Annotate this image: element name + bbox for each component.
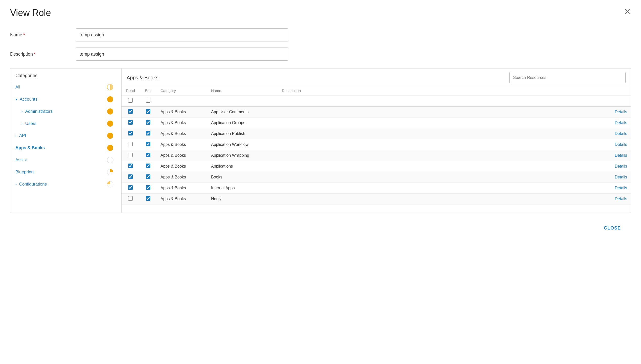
- read-cell-0[interactable]: [122, 106, 139, 118]
- edit-checkbox-0[interactable]: [146, 109, 150, 114]
- details-cell-1[interactable]: Details: [605, 118, 631, 128]
- pie-icon-configurations: [107, 181, 114, 188]
- dialog-header: View Role ✕: [10, 8, 631, 18]
- read-cell-7[interactable]: [122, 183, 139, 194]
- details-link-0[interactable]: Details: [615, 110, 627, 114]
- read-cell-1[interactable]: [122, 118, 139, 128]
- edit-cell-1[interactable]: [139, 118, 157, 128]
- cat-label-all: All: [15, 85, 20, 90]
- select-all-read-checkbox[interactable]: [128, 98, 133, 103]
- close-x-button[interactable]: ✕: [624, 8, 631, 16]
- description-cell-3: [278, 139, 605, 150]
- table-row: Apps & Books Application Workflow Detail…: [122, 139, 631, 150]
- table-row: Apps & Books Books Details: [122, 172, 631, 183]
- details-cell-4[interactable]: Details: [605, 150, 631, 161]
- read-cell-3[interactable]: [122, 139, 139, 150]
- cat-label-administrators: Administrators: [25, 109, 53, 114]
- search-resources-input[interactable]: [509, 72, 626, 83]
- read-checkbox-1[interactable]: [128, 120, 133, 125]
- edit-checkbox-7[interactable]: [146, 185, 150, 190]
- details-link-4[interactable]: Details: [615, 153, 627, 157]
- edit-cell-3[interactable]: [139, 139, 157, 150]
- edit-checkbox-4[interactable]: [146, 153, 150, 157]
- table-row: Apps & Books Application Wrapping Detail…: [122, 150, 631, 161]
- read-checkbox-4[interactable]: [128, 153, 133, 157]
- description-cell-6: [278, 172, 605, 183]
- chevron-configurations: ›: [15, 182, 17, 186]
- category-cell-2: Apps & Books: [157, 128, 208, 139]
- select-all-read-cell[interactable]: [122, 96, 139, 107]
- category-item-configurations[interactable]: › Configurations: [10, 178, 121, 190]
- cat-label-apps-books: Apps & Books: [15, 145, 45, 150]
- edit-cell-6[interactable]: [139, 172, 157, 183]
- category-item-administrators[interactable]: › Administrators: [10, 105, 121, 118]
- details-link-5[interactable]: Details: [615, 164, 627, 168]
- table-row: Apps & Books Application Publish Details: [122, 128, 631, 139]
- edit-cell-5[interactable]: [139, 161, 157, 172]
- edit-checkbox-2[interactable]: [146, 131, 150, 135]
- details-link-6[interactable]: Details: [615, 175, 627, 179]
- edit-checkbox-3[interactable]: [146, 142, 150, 146]
- svg-point-6: [107, 157, 113, 163]
- details-cell-7[interactable]: Details: [605, 183, 631, 194]
- details-link-8[interactable]: Details: [615, 197, 627, 201]
- select-all-edit-checkbox[interactable]: [146, 98, 150, 103]
- details-cell-0[interactable]: Details: [605, 106, 631, 118]
- details-cell-5[interactable]: Details: [605, 161, 631, 172]
- read-checkbox-7[interactable]: [128, 185, 133, 190]
- read-checkbox-3[interactable]: [128, 142, 133, 146]
- category-item-api[interactable]: › API: [10, 130, 121, 142]
- category-item-users[interactable]: › Users: [10, 118, 121, 130]
- pie-icon-api: [107, 132, 114, 139]
- details-cell-6[interactable]: Details: [605, 172, 631, 183]
- read-checkbox-0[interactable]: [128, 109, 133, 114]
- edit-checkbox-1[interactable]: [146, 120, 150, 125]
- edit-cell-0[interactable]: [139, 106, 157, 118]
- read-cell-8[interactable]: [122, 194, 139, 204]
- resources-tbody: Apps & Books App User Comments Details A…: [122, 106, 631, 204]
- name-cell-6: Books: [208, 172, 278, 183]
- description-cell-0: [278, 106, 605, 118]
- description-input[interactable]: [76, 48, 288, 61]
- edit-cell-2[interactable]: [139, 128, 157, 139]
- categories-list: All ▾ Accounts: [10, 81, 121, 213]
- category-cell-1: Apps & Books: [157, 118, 208, 128]
- read-checkbox-6[interactable]: [128, 174, 133, 179]
- svg-point-5: [107, 145, 113, 151]
- details-link-3[interactable]: Details: [615, 142, 627, 147]
- name-input[interactable]: [76, 28, 288, 41]
- read-checkbox-8[interactable]: [128, 196, 133, 201]
- read-cell-2[interactable]: [122, 128, 139, 139]
- category-item-accounts[interactable]: ▾ Accounts: [10, 93, 121, 105]
- details-link-7[interactable]: Details: [615, 186, 627, 190]
- edit-cell-8[interactable]: [139, 194, 157, 204]
- edit-checkbox-8[interactable]: [146, 196, 150, 201]
- category-item-all[interactable]: All: [10, 81, 121, 93]
- read-cell-4[interactable]: [122, 150, 139, 161]
- read-cell-6[interactable]: [122, 172, 139, 183]
- category-item-blueprints[interactable]: Blueprints: [10, 166, 121, 178]
- description-cell-7: [278, 183, 605, 194]
- edit-checkbox-6[interactable]: [146, 174, 150, 179]
- read-checkbox-5[interactable]: [128, 164, 133, 168]
- details-link-1[interactable]: Details: [615, 121, 627, 125]
- details-link-2[interactable]: Details: [615, 131, 627, 136]
- svg-point-2: [107, 108, 113, 115]
- select-all-edit-cell[interactable]: [139, 96, 157, 107]
- details-cell-2[interactable]: Details: [605, 128, 631, 139]
- edit-cell-7[interactable]: [139, 183, 157, 194]
- category-item-apps-books[interactable]: Apps & Books: [10, 142, 121, 154]
- category-item-assist[interactable]: Assist: [10, 154, 121, 166]
- col-header-edit: Edit: [139, 86, 157, 96]
- edit-checkbox-5[interactable]: [146, 164, 150, 168]
- category-cell-7: Apps & Books: [157, 183, 208, 194]
- details-cell-3[interactable]: Details: [605, 139, 631, 150]
- read-cell-5[interactable]: [122, 161, 139, 172]
- table-row: Apps & Books Notify Details: [122, 194, 631, 204]
- name-cell-8: Notify: [208, 194, 278, 204]
- edit-cell-4[interactable]: [139, 150, 157, 161]
- close-button[interactable]: CLOSE: [604, 225, 621, 231]
- details-cell-8[interactable]: Details: [605, 194, 631, 204]
- name-required-star: *: [23, 32, 25, 37]
- read-checkbox-2[interactable]: [128, 131, 133, 135]
